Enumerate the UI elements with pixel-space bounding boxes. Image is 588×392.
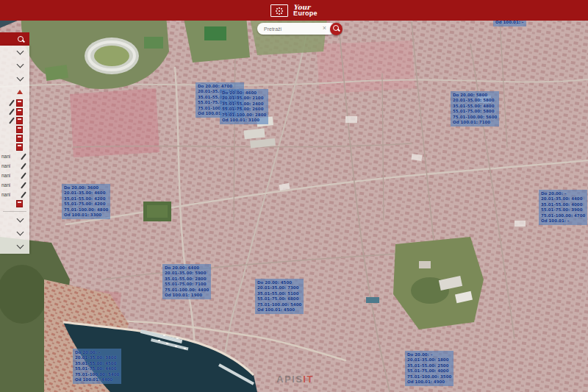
layer-swatch-row[interactable]: [0, 125, 29, 134]
layer-item[interactable]: nani: [0, 190, 29, 199]
app-header: Your Europe: [0, 0, 588, 21]
layer-swatch-icon: [16, 126, 23, 133]
layer-name: nani: [1, 173, 10, 178]
layer-name: nani: [1, 154, 10, 159]
panel-section-collapse-2[interactable]: [0, 59, 29, 72]
panel-collapse-up[interactable]: [0, 85, 29, 99]
map-search-bar: ×: [257, 22, 343, 35]
clear-search-icon[interactable]: ×: [323, 24, 326, 32]
logo-line2: Europe: [293, 10, 318, 16]
chevron-down-icon: [17, 74, 24, 82]
layer-item[interactable]: nani: [0, 180, 29, 190]
layer-name: nani: [1, 192, 10, 197]
watermark-text-red: IT: [303, 374, 314, 385]
edit-pencil-icon[interactable]: [21, 191, 26, 198]
edit-pencil-icon[interactable]: [9, 99, 15, 106]
search-button[interactable]: [330, 23, 343, 35]
chevron-down-icon: [17, 61, 24, 68]
layer-item[interactable]: nani: [0, 161, 29, 171]
layer-swatch-icon[interactable]: [16, 117, 23, 124]
chevron-down-icon: [17, 215, 24, 223]
edit-pencil-icon[interactable]: [21, 163, 26, 169]
panel-section-collapse-1[interactable]: [0, 46, 29, 59]
layer-swatch-row[interactable]: [0, 143, 29, 152]
eu-flag-icon: [270, 4, 288, 17]
layer-swatch-row[interactable]: [0, 199, 29, 208]
map-canvas[interactable]: [0, 0, 588, 392]
chevron-down-icon: [17, 242, 24, 249]
layer-swatch-icon[interactable]: [16, 99, 23, 107]
layer-tool-row[interactable]: [0, 99, 29, 107]
layer-swatch-icon: [16, 135, 23, 142]
search-icon: [333, 25, 339, 31]
chevron-down-icon: [17, 229, 24, 236]
layers-panel: nani nani nani nani nani: [0, 46, 29, 254]
layer-swatch-icon: [16, 200, 23, 207]
edit-pencil-icon[interactable]: [9, 117, 15, 124]
edit-pencil-icon[interactable]: [21, 172, 26, 179]
panel-section-collapse-6[interactable]: [0, 240, 29, 253]
panel-section-collapse-4[interactable]: [0, 213, 29, 227]
layer-item[interactable]: nani: [0, 152, 29, 161]
watermark-text: APIS: [276, 374, 303, 385]
your-europe-logo: Your Europe: [293, 4, 318, 16]
chevron-down-icon: [17, 48, 24, 55]
app-window: Do 20.00: 470020.01-35.00: 150035.01-55.…: [0, 0, 588, 392]
edit-pencil-icon[interactable]: [21, 182, 26, 188]
layer-swatch-row[interactable]: [0, 134, 29, 143]
panel-divider: [3, 211, 26, 212]
layer-tool-row[interactable]: [0, 107, 29, 116]
apis-it-watermark: APISIT: [276, 374, 314, 385]
panel-section-collapse-5[interactable]: [0, 227, 29, 240]
layer-swatch-icon: [16, 143, 23, 151]
panel-section-collapse-3[interactable]: [0, 72, 29, 85]
sidebar-search-icon: [18, 36, 24, 42]
layer-name: nani: [1, 182, 10, 188]
edit-pencil-icon[interactable]: [9, 108, 15, 115]
layer-item[interactable]: nani: [0, 171, 29, 180]
layer-tool-row[interactable]: [0, 116, 29, 125]
edit-pencil-icon[interactable]: [21, 153, 26, 160]
layer-name: nani: [1, 163, 10, 168]
chevron-up-icon: [17, 90, 23, 94]
sidebar-search-bar[interactable]: [0, 32, 29, 46]
layer-swatch-icon[interactable]: [16, 108, 23, 115]
